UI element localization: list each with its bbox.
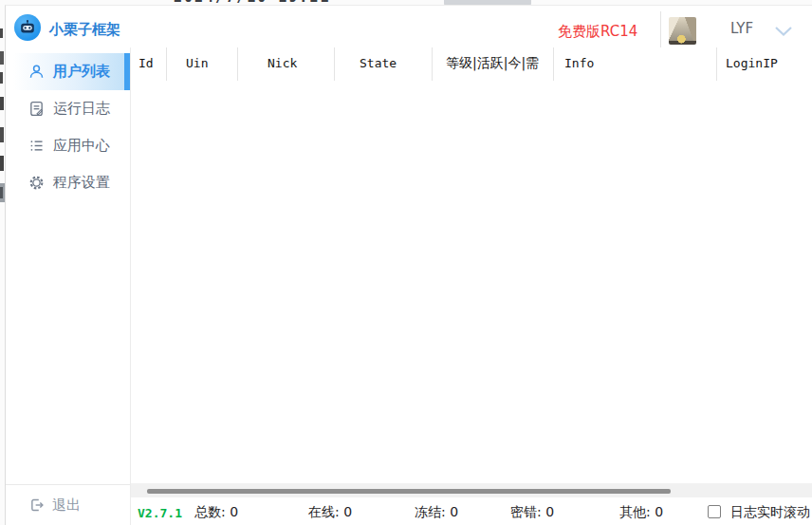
app-title: 小栗子框架 [49, 21, 120, 39]
app-logo-icon [14, 14, 41, 41]
logout-icon [29, 497, 45, 513]
stat-total: 总数: 0 [194, 504, 238, 521]
horizontal-scrollbar-track[interactable] [131, 483, 812, 497]
column-header-state[interactable]: State [360, 56, 397, 70]
header: 免费版RC14 LYF [131, 6, 812, 52]
user-table-header: Id Uin Nick State 等级|活跃|今|需 Info LoginIP [131, 47, 812, 81]
column-separator [237, 47, 238, 81]
gear-icon [28, 175, 45, 191]
brand: 小栗子框架 [6, 6, 131, 52]
column-separator [716, 47, 717, 81]
column-header-level-active[interactable]: 等级|活跃|今|需 [446, 55, 539, 72]
sidebar-nav: 用户列表 运行日志 [6, 53, 131, 201]
status-bar: V2.7.1 总数: 0 在线: 0 冻结: 0 密错: 0 其他: 0 日志实… [131, 497, 812, 525]
sidebar-item-label: 应用中心 [53, 137, 110, 155]
chevron-down-icon[interactable] [774, 26, 793, 37]
window-edge-artifact [0, 97, 4, 110]
window-edge-artifact [0, 51, 4, 65]
column-separator [553, 47, 554, 81]
stat-frozen: 冻结: 0 [415, 504, 458, 521]
stat-other: 其他: 0 [619, 504, 663, 521]
log-autoscroll-label[interactable]: 日志实时滚动 [730, 504, 810, 521]
user-table-body [131, 81, 812, 478]
window-edge-artifact [0, 187, 3, 198]
sidebar-item-run-log[interactable]: 运行日志 [6, 90, 131, 127]
log-document-icon [28, 101, 45, 117]
column-header-nick[interactable]: Nick [268, 56, 297, 70]
column-header-loginip[interactable]: LoginIP [726, 56, 778, 70]
window-edge-artifact [0, 28, 3, 38]
user-icon [28, 64, 45, 80]
column-separator [166, 47, 167, 81]
exit-button[interactable]: 退出 [6, 484, 131, 525]
list-icon [28, 138, 45, 154]
user-avatar[interactable] [669, 17, 696, 45]
window-edge-artifact [0, 127, 4, 142]
sidebar-item-settings[interactable]: 程序设置 [6, 164, 131, 201]
sidebar-item-label: 程序设置 [53, 174, 110, 192]
column-separator [432, 47, 433, 81]
stat-wrong-password: 密错: 0 [510, 504, 554, 521]
sidebar-item-app-center[interactable]: 应用中心 [6, 127, 131, 164]
sidebar-item-user-list[interactable]: 用户列表 [6, 53, 131, 90]
log-autoscroll-checkbox[interactable] [708, 505, 721, 518]
sidebar-item-label: 用户列表 [53, 63, 110, 81]
screen: 2024/7/10 19:21 小栗子框架 [0, 0, 812, 525]
sidebar-item-label: 运行日志 [53, 100, 110, 118]
column-separator [334, 47, 335, 81]
app-version: V2.7.1 [138, 506, 182, 520]
column-header-uin[interactable]: Uin [186, 56, 208, 70]
stat-online: 在线: 0 [308, 504, 352, 521]
column-header-id[interactable]: Id [138, 56, 154, 70]
sidebar: 小栗子框架 用户列表 [6, 6, 131, 525]
header-divider [660, 11, 661, 51]
edition-badge: 免费版RC14 [558, 23, 637, 41]
horizontal-scrollbar-thumb[interactable] [147, 489, 671, 494]
window-edge-artifact [0, 72, 3, 84]
exit-label: 退出 [52, 497, 81, 515]
app-window: 小栗子框架 用户列表 [5, 5, 812, 525]
window-edge-artifact [0, 156, 4, 171]
column-header-info[interactable]: Info [564, 56, 594, 70]
username-label[interactable]: LYF [730, 20, 753, 37]
